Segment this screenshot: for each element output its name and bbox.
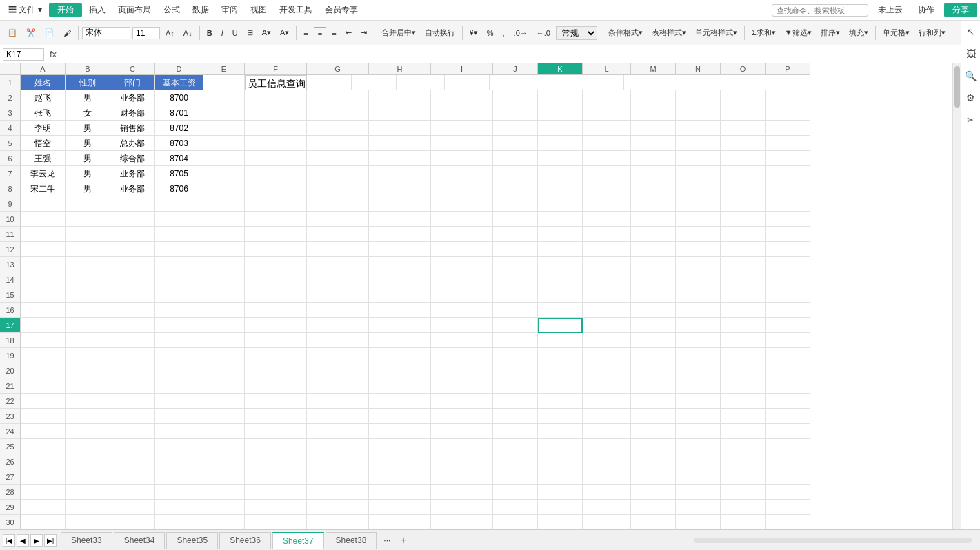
- cell-B15[interactable]: [66, 287, 110, 303]
- cell-P21[interactable]: [766, 378, 810, 394]
- copy-btn[interactable]: 📄: [41, 27, 58, 39]
- cell-N1[interactable]: [490, 75, 534, 90]
- cell-N12[interactable]: [676, 242, 721, 257]
- wrap-btn[interactable]: 自动换行: [421, 26, 459, 39]
- row-num-14[interactable]: 14: [0, 272, 21, 287]
- cell-P19[interactable]: [766, 348, 810, 363]
- cell-D22[interactable]: [155, 394, 203, 409]
- cell-J27[interactable]: [493, 469, 538, 485]
- cell-K8[interactable]: [538, 181, 583, 196]
- cell-C7[interactable]: 业务部: [110, 166, 155, 181]
- col-header-O[interactable]: O: [721, 63, 766, 74]
- cell-A20[interactable]: [21, 363, 66, 378]
- col-header-H[interactable]: H: [369, 63, 431, 74]
- conditional-format-btn[interactable]: 条件格式▾: [605, 26, 646, 39]
- underline-btn[interactable]: U: [229, 28, 241, 39]
- sidebar-image-icon[interactable]: 🖼: [964, 48, 978, 62]
- sheet-tab-sheet33[interactable]: Sheet33: [61, 532, 112, 549]
- row-num-4[interactable]: 4: [0, 121, 21, 136]
- cell-A18[interactable]: [21, 333, 66, 348]
- cell-N27[interactable]: [676, 469, 721, 485]
- cell-B25[interactable]: [66, 439, 110, 454]
- cell-L21[interactable]: [583, 378, 631, 394]
- cell-E12[interactable]: [203, 242, 245, 257]
- row-num-17[interactable]: 17: [0, 318, 21, 333]
- share-btn[interactable]: 分享: [944, 3, 977, 17]
- right-scrollbar[interactable]: [952, 63, 961, 529]
- cell-I23[interactable]: [431, 409, 493, 424]
- col-header-L[interactable]: L: [583, 63, 631, 74]
- cell-K12[interactable]: [538, 242, 583, 257]
- cell-B3[interactable]: 女: [66, 105, 110, 121]
- cell-H11[interactable]: [369, 227, 431, 242]
- cell-C9[interactable]: [110, 196, 155, 212]
- cell-N3[interactable]: [676, 105, 721, 121]
- cell-D15[interactable]: [155, 287, 203, 303]
- cell-G2[interactable]: [307, 90, 369, 105]
- cell-P23[interactable]: [766, 409, 810, 424]
- cell-C14[interactable]: [110, 272, 155, 287]
- cell-G8[interactable]: [307, 181, 369, 196]
- formula-input[interactable]: [62, 49, 977, 60]
- row-num-20[interactable]: 20: [0, 363, 21, 378]
- cell-A16[interactable]: [21, 303, 66, 318]
- cell-L13[interactable]: [583, 257, 631, 272]
- cell-J20[interactable]: [493, 363, 538, 378]
- cell-K30[interactable]: [538, 515, 583, 529]
- cell-E5[interactable]: [203, 136, 245, 151]
- cell-M4[interactable]: [631, 121, 676, 136]
- cell-P30[interactable]: [766, 515, 810, 529]
- cell-C2[interactable]: 业务部: [110, 90, 155, 105]
- row-num-3[interactable]: 3: [0, 105, 21, 121]
- cell-E28[interactable]: [203, 485, 245, 500]
- cell-O14[interactable]: [721, 272, 766, 287]
- cell-E30[interactable]: [203, 515, 245, 529]
- cell-M17[interactable]: [631, 318, 676, 333]
- cell-O24[interactable]: [721, 424, 766, 439]
- cell-I5[interactable]: [431, 136, 493, 151]
- cell-G5[interactable]: [307, 136, 369, 151]
- row-num-21[interactable]: 21: [0, 378, 21, 394]
- cell-O29[interactable]: [721, 500, 766, 515]
- cell-G21[interactable]: [307, 378, 369, 394]
- cell-I14[interactable]: [431, 272, 493, 287]
- cell-O18[interactable]: [721, 333, 766, 348]
- cell-J5[interactable]: [493, 136, 538, 151]
- cell-F16[interactable]: [245, 303, 307, 318]
- cell-H8[interactable]: [369, 181, 431, 196]
- indent-decrease-btn[interactable]: ⇤: [342, 27, 355, 39]
- sheet-nav-first[interactable]: |◀: [3, 534, 15, 547]
- cell-M25[interactable]: [631, 439, 676, 454]
- bold-btn[interactable]: B: [203, 28, 216, 39]
- menu-developer[interactable]: 开发工具: [274, 3, 318, 17]
- cell-C24[interactable]: [110, 424, 155, 439]
- cell-M19[interactable]: [631, 348, 676, 363]
- cell-P8[interactable]: [766, 181, 810, 196]
- cell-E14[interactable]: [203, 272, 245, 287]
- cell-F8[interactable]: [245, 181, 307, 196]
- cell-B26[interactable]: [66, 454, 110, 469]
- cell-G26[interactable]: [307, 454, 369, 469]
- cell-C5[interactable]: 总办部: [110, 136, 155, 151]
- cell-L26[interactable]: [583, 454, 631, 469]
- cell-I2[interactable]: [431, 90, 493, 105]
- cell-D1[interactable]: 基本工资: [155, 75, 203, 90]
- cell-J29[interactable]: [493, 500, 538, 515]
- cell-F20[interactable]: [245, 363, 307, 378]
- row-num-19[interactable]: 19: [0, 348, 21, 363]
- cell-C28[interactable]: [110, 485, 155, 500]
- cell-I25[interactable]: [431, 439, 493, 454]
- cell-E21[interactable]: [203, 378, 245, 394]
- cell-C20[interactable]: [110, 363, 155, 378]
- cell-N13[interactable]: [676, 257, 721, 272]
- cell-L15[interactable]: [583, 287, 631, 303]
- cell-E3[interactable]: [203, 105, 245, 121]
- cell-J25[interactable]: [493, 439, 538, 454]
- cell-M27[interactable]: [631, 469, 676, 485]
- cell-D9[interactable]: [155, 196, 203, 212]
- cell-A12[interactable]: [21, 242, 66, 257]
- cell-P13[interactable]: [766, 257, 810, 272]
- cell-P18[interactable]: [766, 333, 810, 348]
- cell-K17[interactable]: [538, 318, 583, 333]
- font-decrease-btn[interactable]: A↓: [180, 28, 196, 39]
